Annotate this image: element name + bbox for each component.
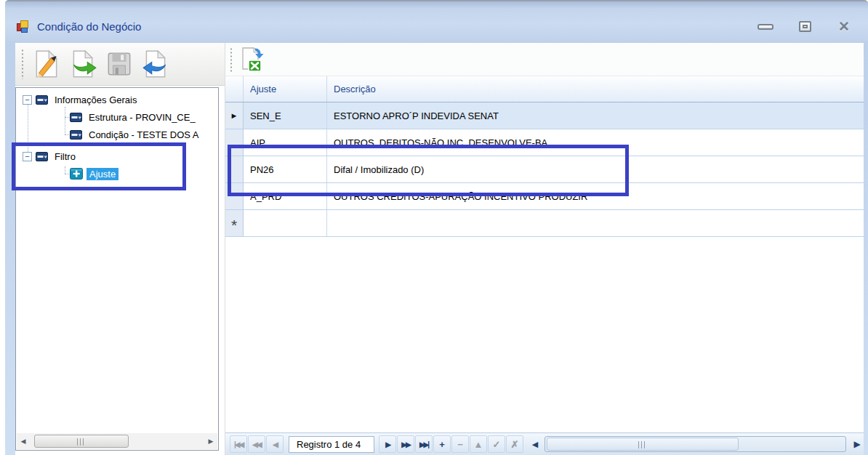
edit-button[interactable]	[28, 45, 65, 83]
export-excel-button[interactable]	[237, 44, 268, 75]
app-icon-blue-square	[21, 28, 28, 33]
tree-label[interactable]: Filtro	[52, 150, 79, 163]
tree-node-informacoes-gerais[interactable]: − Informações Gerais	[23, 91, 140, 108]
table-row[interactable]: A_PRD OUTROS CREDITOS-APURAÇÃO INCENTIVO…	[225, 183, 864, 210]
grid-panel: Ajuste Descrição ► SEN_E ESTORNO APRO´P …	[225, 43, 864, 455]
maximize-button[interactable]	[795, 20, 814, 33]
grid-scroll-left-icon[interactable]: ◀	[527, 435, 543, 454]
tree-node-icon	[36, 152, 48, 161]
tree-node-estrutura[interactable]: Estrutura - PROVIN_CE_	[70, 108, 198, 126]
column-header-descricao[interactable]: Descrição	[327, 76, 864, 102]
document-green-arrow-icon	[68, 49, 98, 79]
end-edit-button[interactable]: ✓	[488, 435, 505, 453]
column-header-ajuste[interactable]: Ajuste	[244, 76, 327, 102]
window-title: Condição do Negócio	[37, 20, 756, 33]
tree-horizontal-scrollbar[interactable]: ◀ ▶	[17, 433, 217, 449]
tree-scrollbar-thumb[interactable]	[34, 435, 129, 448]
move-next-page-button[interactable]: ▶▶	[397, 435, 414, 453]
table-row[interactable]: PN26 Difal / Imobilizado (D)	[225, 156, 864, 183]
append-row-button[interactable]: +	[433, 435, 451, 453]
row-selector[interactable]: *	[225, 210, 244, 236]
cell-ajuste[interactable]: PN26	[244, 156, 327, 182]
tree-connector	[65, 166, 65, 174]
app-icon	[17, 20, 30, 33]
current-row-marker-icon: ►	[230, 111, 238, 120]
excel-export-icon	[239, 46, 265, 73]
collapse-icon[interactable]: −	[23, 95, 32, 105]
tree-node-icon	[70, 113, 82, 122]
cell-descricao[interactable]: ESTORNO APRO´P INDEVIDA SENAT	[327, 102, 864, 129]
grid-scroll-right-icon[interactable]: ▶	[851, 435, 864, 454]
cell-descricao[interactable]: Difal / Imobilizado (D)	[327, 156, 864, 182]
move-prev-button[interactable]: ◀	[266, 435, 284, 453]
move-next-button[interactable]: ▶	[379, 435, 396, 453]
client-area: − Informações Gerais	[15, 43, 864, 455]
tree-node-ajuste[interactable]: Ajuste	[70, 165, 118, 182]
grid-rows: ► SEN_E ESTORNO APRO´P INDEVIDA SENAT AI…	[225, 102, 864, 237]
scroll-left-icon[interactable]: ◀	[17, 434, 30, 448]
move-last-button[interactable]: ▶▶|	[415, 435, 433, 453]
grid-horizontal-scrollbar[interactable]	[544, 436, 846, 452]
header-selector-cell	[225, 76, 244, 102]
titlebar: Condição do Negócio ✕	[5, 1, 868, 41]
row-selector[interactable]	[225, 183, 244, 209]
plus-icon	[70, 168, 83, 180]
tree-node-condicao[interactable]: Condição - TESTE DOS A	[70, 126, 202, 143]
forward-button[interactable]	[65, 45, 101, 83]
tree-label[interactable]: Estrutura - PROVIN_CE_	[86, 111, 198, 124]
grid-scrollbar-thumb[interactable]	[547, 438, 739, 451]
scroll-right-icon[interactable]: ▶	[204, 434, 217, 448]
structure-tree-panel: − Informações Gerais	[15, 87, 219, 451]
tree-node-icon	[70, 130, 82, 140]
row-selector[interactable]: ►	[225, 102, 244, 129]
grid-toolbar-grip[interactable]	[230, 47, 233, 72]
table-row[interactable]: AIP OUTROS_DEBITOS-NÃO INC. DESENVOLVE-B…	[225, 129, 864, 156]
cell-descricao[interactable]	[327, 210, 864, 236]
minimize-button[interactable]	[756, 20, 775, 33]
row-selector[interactable]	[225, 129, 244, 156]
cell-ajuste[interactable]	[244, 210, 327, 236]
record-position-box[interactable]: Registro 1 de 4	[289, 436, 374, 453]
app-window: Condição do Negócio ✕	[5, 0, 868, 455]
row-selector[interactable]	[225, 156, 244, 182]
edit-row-button[interactable]: ▲	[470, 435, 487, 453]
tree-node-icon	[36, 95, 48, 105]
maximize-icon	[799, 21, 811, 32]
toolbar-grip[interactable]	[21, 49, 24, 79]
close-button[interactable]: ✕	[835, 20, 853, 33]
save-button[interactable]	[101, 45, 137, 83]
move-first-button[interactable]: |◀◀	[230, 435, 247, 453]
grid-toolbar	[225, 43, 864, 76]
record-navigator: |◀◀ ◀◀ ◀ Registro 1 de 4 ▶ ▶▶ ▶▶| + − ▲ …	[225, 432, 864, 455]
tree-label[interactable]: Condição - TESTE DOS A	[86, 129, 202, 141]
delete-row-button[interactable]: −	[451, 435, 469, 453]
floppy-disk-icon	[104, 49, 134, 79]
tree-label[interactable]: Ajuste	[87, 168, 118, 180]
close-icon: ✕	[838, 20, 850, 33]
collapse-icon[interactable]: −	[23, 152, 32, 161]
tree-connector	[65, 107, 65, 134]
cell-ajuste[interactable]: A_PRD	[244, 183, 327, 209]
tree-node-filtro[interactable]: − Filtro	[23, 148, 79, 165]
cell-ajuste[interactable]: SEN_E	[244, 102, 327, 129]
tree-label[interactable]: Informações Gerais	[52, 94, 140, 106]
new-row[interactable]: *	[225, 210, 864, 237]
move-prev-page-button[interactable]: ◀◀	[248, 435, 265, 453]
minimize-icon	[758, 24, 773, 30]
cell-descricao[interactable]: OUTROS_DEBITOS-NÃO INC. DESENVOLVE-BA	[327, 129, 864, 156]
window-controls: ✕	[756, 20, 853, 33]
table-row[interactable]: ► SEN_E ESTORNO APRO´P INDEVIDA SENAT	[225, 102, 864, 129]
back-button[interactable]	[137, 45, 174, 83]
cancel-edit-button[interactable]: ✗	[506, 435, 523, 453]
document-blue-arrow-icon	[140, 49, 171, 79]
new-row-icon: *	[231, 217, 237, 230]
cell-ajuste[interactable]: AIP	[244, 129, 327, 156]
grid-header: Ajuste Descrição	[225, 76, 864, 102]
document-pencil-icon	[31, 49, 62, 79]
cell-descricao[interactable]: OUTROS CREDITOS-APURAÇÃO INCENTIVO PRODU…	[327, 183, 864, 209]
